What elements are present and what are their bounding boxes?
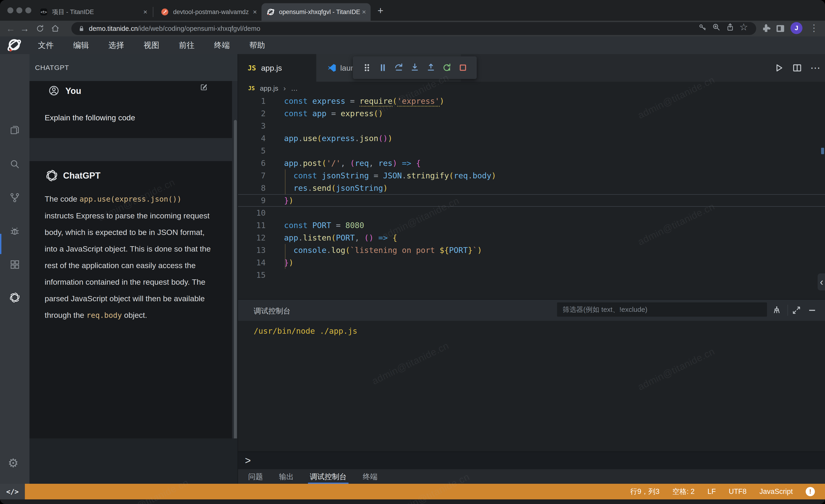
code-line[interactable]: 5 xyxy=(238,145,825,157)
settings-gear-icon[interactable]: ⚙ xyxy=(8,456,19,470)
extensions-puzzle-icon[interactable] xyxy=(761,23,771,33)
status-item[interactable]: 行9，列3 xyxy=(630,487,660,496)
status-error-icon[interactable]: ! xyxy=(806,487,815,496)
more-actions-icon[interactable]: ⋯ xyxy=(810,63,820,73)
code-line[interactable]: 15 xyxy=(238,269,825,281)
breadcrumb-symbol[interactable]: … xyxy=(291,84,298,92)
menu-item[interactable]: 选择 xyxy=(108,40,124,51)
menu-item[interactable]: 编辑 xyxy=(73,40,89,51)
code-line[interactable]: 3 xyxy=(238,120,825,132)
repl-prompt-chevron: > xyxy=(245,455,251,466)
code-line-content: }) xyxy=(284,196,294,205)
code-line[interactable]: 1const express = require('express') xyxy=(238,95,825,107)
code-line[interactable]: 11const PORT = 8080 xyxy=(238,219,825,232)
console-filter-input[interactable] xyxy=(557,306,767,314)
extensions-icon[interactable] xyxy=(9,259,20,270)
address-bar[interactable]: demo.titanide.cn/ide/web/coding/opensumi… xyxy=(71,22,756,35)
code-line[interactable]: 9}) xyxy=(238,194,825,207)
editor-tab-appjs[interactable]: JS app.js xyxy=(238,54,316,82)
status-item[interactable]: 空格: 2 xyxy=(672,487,694,496)
status-item[interactable]: UTF8 xyxy=(729,487,747,496)
back-icon[interactable]: ← xyxy=(4,22,17,35)
maximize-panel-icon[interactable] xyxy=(792,305,802,315)
debug-bug-icon[interactable] xyxy=(9,226,20,237)
collapse-panel-icon[interactable]: ‹ xyxy=(818,273,825,290)
traffic-light-zoom[interactable] xyxy=(25,7,31,13)
menu-item[interactable]: 终端 xyxy=(214,40,230,51)
run-play-icon[interactable] xyxy=(773,63,784,73)
code-line[interactable]: 14}) xyxy=(238,256,825,269)
home-icon[interactable] xyxy=(49,22,62,35)
browser-menu-icon[interactable]: ⋮ xyxy=(809,22,819,33)
tab-close-icon[interactable]: × xyxy=(143,8,147,16)
stop-icon[interactable] xyxy=(458,62,468,73)
step-out-icon[interactable] xyxy=(426,62,436,73)
browser-tab-1[interactable]: <t> 项目 - TitanIDE × xyxy=(34,3,152,21)
forward-icon[interactable]: → xyxy=(18,22,31,35)
menu-item[interactable]: 帮助 xyxy=(249,40,265,51)
code-line-content: app.use(express.json()) xyxy=(284,134,392,143)
explorer-files-icon[interactable] xyxy=(9,124,20,136)
search-icon[interactable] xyxy=(9,159,20,170)
password-key-icon[interactable] xyxy=(698,22,707,32)
console-repl-row[interactable]: > xyxy=(238,451,825,470)
panel-tab-4[interactable]: 终端 xyxy=(363,469,378,484)
url-text[interactable]: demo.titanide.cn/ide/web/coding/opensumi… xyxy=(89,25,260,32)
code-line[interactable]: 13 console.log(`listening on port ${PORT… xyxy=(238,244,825,256)
code-line[interactable]: 4app.use(express.json()) xyxy=(238,132,825,145)
drag-handle-icon[interactable] xyxy=(362,62,372,73)
source-control-icon[interactable] xyxy=(9,192,20,203)
tab-close-icon[interactable]: × xyxy=(253,8,257,16)
code-line[interactable]: 8 res.send(jsonString) xyxy=(238,182,825,194)
step-over-icon[interactable] xyxy=(394,62,404,73)
chatgpt-view-icon[interactable] xyxy=(9,292,20,303)
step-into-icon[interactable] xyxy=(409,62,420,73)
panel-tab-2[interactable]: 输出 xyxy=(279,469,294,484)
panel-tab-3[interactable]: 调试控制台 xyxy=(310,469,347,484)
bookmark-star-icon[interactable]: ☆ xyxy=(739,22,749,32)
bottom-panel-tabs: 问题输出调试控制台终端 xyxy=(238,469,825,484)
code-line[interactable]: 7 const jsonString = JSON.stringify(req.… xyxy=(238,169,825,182)
code-line[interactable]: 10 xyxy=(238,207,825,219)
tab-close-icon[interactable]: × xyxy=(362,8,366,16)
menu-item[interactable]: 文件 xyxy=(38,40,54,51)
code-line[interactable]: 2const app = express() xyxy=(238,107,825,120)
clear-console-icon[interactable] xyxy=(771,305,782,315)
split-editor-icon[interactable] xyxy=(792,63,803,73)
panel-tab-1[interactable]: 问题 xyxy=(248,469,263,484)
side-panel-icon[interactable] xyxy=(775,23,785,33)
chat-panel-header: CHATGPT xyxy=(29,54,238,81)
breadcrumb-file[interactable]: app.js xyxy=(260,84,278,92)
browser-tab-2[interactable]: devtool-postman-walvamdz - T × xyxy=(156,3,261,21)
code-line[interactable]: 6app.post('/', (req, res) => { xyxy=(238,157,825,169)
share-icon[interactable] xyxy=(726,22,735,32)
vscode-debug-icon xyxy=(327,63,336,73)
minimize-panel-icon[interactable] xyxy=(807,305,817,315)
browser-tab-3-active[interactable]: opensumi-xhxqfgvl - TitanIDE × xyxy=(261,3,371,21)
chat-scrollbar[interactable] xyxy=(234,120,237,441)
line-number: 12 xyxy=(238,233,266,242)
edit-message-icon[interactable] xyxy=(200,83,208,91)
restart-icon[interactable] xyxy=(442,62,452,73)
editor-scrollbar-marker[interactable] xyxy=(821,148,824,154)
reload-icon[interactable] xyxy=(33,22,47,35)
code-mode-icon[interactable]: </> xyxy=(0,484,25,499)
debug-console-title: 调试控制台 xyxy=(254,306,291,316)
code-editor[interactable]: 1const express = require('express')2cons… xyxy=(238,95,825,281)
status-item[interactable]: JavaScript xyxy=(759,487,793,496)
pause-icon[interactable] xyxy=(378,62,388,73)
traffic-light-close[interactable] xyxy=(7,7,13,13)
new-tab-button[interactable]: + xyxy=(378,6,383,16)
status-item[interactable]: LF xyxy=(707,487,716,496)
traffic-light-minimize[interactable] xyxy=(16,7,22,13)
zoom-icon[interactable] xyxy=(712,22,721,32)
profile-avatar[interactable]: J xyxy=(791,22,803,34)
breadcrumb[interactable]: JS app.js › … xyxy=(238,82,825,95)
code-line[interactable]: 12app.listen(PORT, () => { xyxy=(238,232,825,244)
menu-item[interactable]: 前往 xyxy=(179,40,195,51)
indent-guide xyxy=(285,169,285,194)
line-number: 4 xyxy=(238,134,266,143)
line-number: 14 xyxy=(238,258,266,267)
tab-title: opensumi-xhxqfgvl - TitanIDE xyxy=(279,8,360,16)
menu-item[interactable]: 视图 xyxy=(144,40,159,51)
